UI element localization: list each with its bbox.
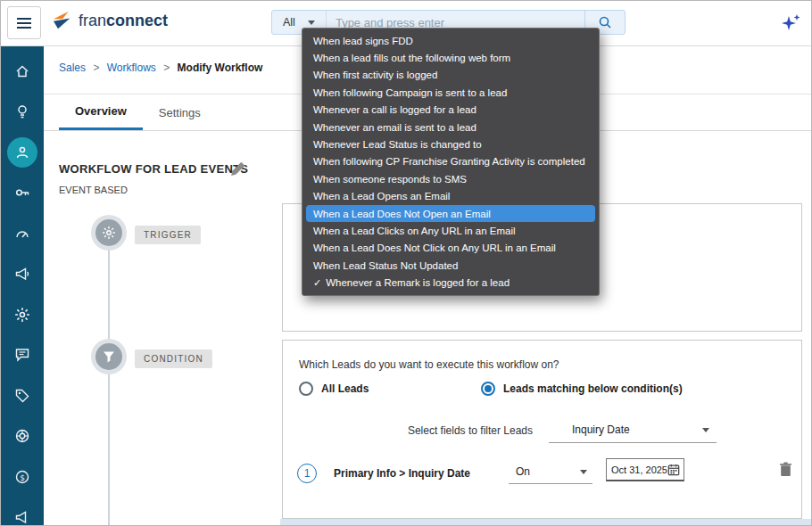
gauge-icon (14, 226, 30, 242)
menu-item[interactable]: When following CP Franchise Granting Act… (302, 153, 599, 170)
breadcrumb-separator: > (163, 62, 170, 74)
menu-item[interactable]: When a Lead Clicks on Any URL in an Emai… (302, 222, 599, 239)
sidebar-item-keys[interactable] (1, 173, 44, 214)
trigger-node (95, 219, 122, 246)
sidebar-item-announcements[interactable] (1, 497, 44, 526)
sidebar-item-home[interactable] (1, 51, 44, 92)
announcement-megaphone-icon (14, 509, 30, 525)
filter-fields-label: Select fields to filter Leads (388, 424, 533, 437)
bottom-scroll-strip[interactable] (280, 519, 811, 526)
operator-value: On (509, 465, 530, 478)
chevron-down-icon (702, 428, 709, 432)
condition-node (95, 343, 122, 370)
condition-panel: Which Leads do you want to execute this … (282, 340, 802, 519)
chevron-down-icon (308, 21, 315, 25)
radio-option-matching-conditions[interactable]: Leads matching below condition(s) (481, 382, 683, 396)
trash-icon (779, 462, 792, 477)
checkmark-icon: ✓ (313, 277, 321, 289)
search-scope-value: All (283, 16, 295, 29)
breadcrumb-sales[interactable]: Sales (59, 62, 86, 74)
search-icon (598, 15, 612, 29)
delete-condition-button[interactable] (779, 462, 792, 477)
date-value: Oct 31, 2025 (611, 464, 667, 475)
key-icon (14, 185, 30, 201)
menu-item[interactable]: When first activity is logged (302, 67, 599, 84)
sidebar-item-offers[interactable] (1, 375, 44, 416)
calendar-icon[interactable] (667, 464, 680, 476)
hamburger-menu-button[interactable] (7, 6, 41, 39)
finance-icon: $ (14, 469, 30, 485)
breadcrumb: Sales > Workflows > Modify Workflow (59, 62, 262, 74)
tab-overview[interactable]: Overview (59, 95, 143, 130)
ai-assistant-button[interactable] (780, 12, 801, 34)
sidebar-item-support[interactable] (1, 416, 44, 457)
home-icon (14, 63, 30, 79)
megaphone-icon (14, 266, 30, 282)
filter-field-select[interactable]: Inquiry Date (549, 417, 717, 443)
lifering-icon (14, 428, 30, 444)
logo-text: franconnect (79, 12, 168, 30)
menu-item[interactable]: When lead signs FDD (302, 32, 599, 49)
operator-select[interactable]: On (509, 460, 592, 484)
menu-item[interactable]: When a Lead Does Not Click on Any URL in… (302, 240, 599, 257)
menu-item-label: Whenever a Remark is logged for a lead (326, 277, 510, 288)
condition-chip: CONDITION (135, 349, 212, 368)
tab-settings[interactable]: Settings (143, 95, 217, 130)
menu-item[interactable]: When a Lead Opens an Email (302, 188, 599, 205)
sidebar-item-settings[interactable] (1, 294, 44, 335)
leads-icon (14, 144, 30, 160)
sparkle-icon (780, 12, 801, 34)
hamburger-icon (17, 18, 31, 20)
radio-option-all-leads[interactable]: All Leads (299, 382, 369, 396)
pencil-icon (230, 160, 246, 177)
franconnect-logo: franconnect (49, 9, 168, 32)
app-window: franconnect All (0, 0, 812, 526)
breadcrumb-workflows[interactable]: Workflows (107, 62, 156, 74)
menu-item[interactable]: Whenever an email is sent to a lead (302, 119, 599, 136)
radio-unselected-icon[interactable] (299, 382, 313, 396)
left-nav-sidebar: $ (1, 45, 44, 525)
condition-row-number: 1 (297, 464, 317, 483)
sidebar-item-leads-active[interactable] (1, 132, 44, 173)
sidebar-item-messages[interactable] (1, 335, 44, 376)
tag-icon (14, 388, 30, 404)
menu-item[interactable]: When following Campaign is sent to a lea… (302, 84, 599, 101)
workflow-title: WORKFLOW FOR LEAD EVENTS (59, 162, 248, 176)
menu-item[interactable]: Whenever Lead Status is changed to (302, 136, 599, 152)
menu-item-checked[interactable]: ✓ Whenever a Remark is logged for a lead (302, 274, 599, 291)
sidebar-item-campaigns[interactable] (1, 254, 44, 295)
menu-item[interactable]: When someone responds to SMS (302, 170, 599, 187)
sidebar-item-finance[interactable]: $ (1, 456, 44, 497)
active-nav-highlight (7, 137, 37, 168)
menu-item[interactable]: When Lead Status Not Updated (302, 257, 599, 274)
filter-field-value: Inquiry Date (549, 423, 630, 436)
breadcrumb-separator: > (93, 62, 99, 74)
sidebar-item-dashboard[interactable] (1, 213, 44, 254)
sidebar-item-ideas[interactable] (1, 92, 44, 133)
chat-icon (14, 347, 30, 363)
menu-item[interactable]: Whenever a call is logged for a lead (302, 102, 599, 119)
radio-selected-icon[interactable] (481, 382, 495, 396)
condition-filter-icon (102, 349, 116, 364)
date-input[interactable]: Oct 31, 2025 (606, 458, 684, 481)
menu-item[interactable]: When a lead fills out the following web … (302, 49, 599, 66)
condition-question: Which Leads do you want to execute this … (299, 358, 559, 371)
workflow-connector-line (108, 231, 110, 525)
edit-title-button[interactable] (230, 160, 246, 177)
trigger-gear-icon (102, 226, 116, 240)
svg-text:$: $ (20, 473, 25, 481)
menu-item-highlighted[interactable]: When a Lead Does Not Open an Email (306, 205, 595, 222)
lightbulb-icon (14, 103, 30, 119)
logo-mark-icon (49, 9, 76, 32)
radio-dot (485, 385, 492, 392)
radio-matching-label: Leads matching below condition(s) (503, 382, 683, 395)
radio-all-label: All Leads (321, 382, 369, 395)
trigger-chip: TRIGGER (135, 226, 201, 244)
condition-row-field: Primary Info > Inquiry Date (334, 467, 470, 480)
breadcrumb-current: Modify Workflow (178, 62, 263, 74)
workflow-subtitle: EVENT BASED (59, 185, 128, 195)
chevron-down-icon (580, 470, 587, 474)
gear-icon (14, 307, 30, 323)
trigger-event-dropdown-menu: When lead signs FDD When a lead fills ou… (302, 28, 600, 296)
